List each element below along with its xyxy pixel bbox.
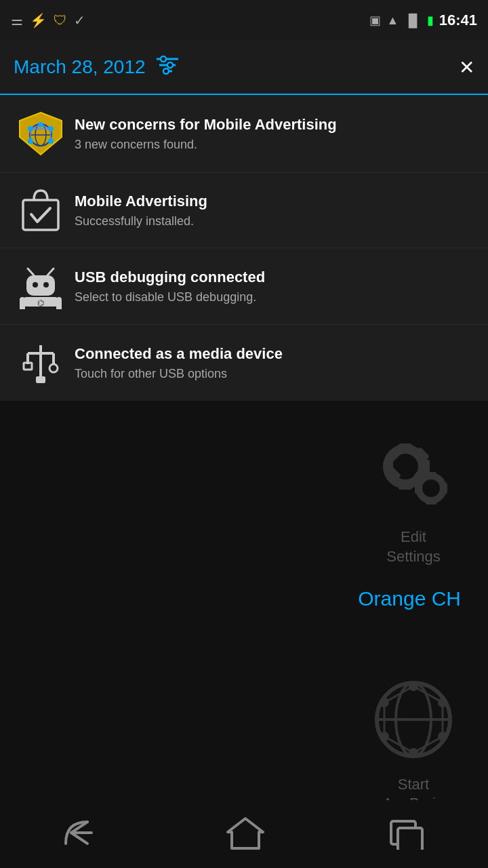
- svg-rect-39: [399, 443, 412, 453]
- svg-rect-70: [398, 828, 422, 850]
- notif-subtitle-usb-debug: Select to disable USB debugging.: [75, 290, 474, 304]
- notification-item-media[interactable]: Connected as a media device Touch for ot…: [0, 325, 488, 401]
- battery-status-icon: ▮: [427, 13, 434, 28]
- sim-status-icon: ▣: [369, 13, 381, 28]
- notif-icon-usb: [14, 340, 68, 386]
- svg-point-23: [43, 282, 49, 288]
- notif-title-usb-debug: USB debugging connected: [75, 269, 474, 286]
- notif-subtitle-installed: Successfully installed.: [75, 214, 474, 229]
- svg-point-35: [49, 364, 58, 372]
- filter-icon[interactable]: [157, 56, 178, 79]
- svg-rect-36: [36, 376, 45, 383]
- notification-item-advertising[interactable]: New concerns for Mobile Advertising 3 ne…: [0, 95, 488, 173]
- svg-rect-52: [441, 483, 447, 494]
- notifications-panel: New concerns for Mobile Advertising 3 ne…: [0, 95, 488, 401]
- notif-icon-android: ⌬: [14, 263, 68, 309]
- svg-point-56: [409, 682, 418, 691]
- edit-settings-label: EditSettings: [386, 528, 441, 566]
- svg-marker-6: [20, 113, 62, 155]
- header: March 28, 2012 ✕: [0, 41, 488, 95]
- android-status-icon: ⚌: [11, 12, 23, 28]
- home-icon[interactable]: [226, 816, 264, 852]
- svg-point-38: [397, 458, 413, 475]
- notif-content-advertising: New concerns for Mobile Advertising 3 ne…: [68, 116, 474, 152]
- svg-rect-49: [426, 472, 436, 479]
- notif-title-advertising: New concerns for Mobile Advertising: [75, 116, 474, 134]
- notif-content-installed: Mobile Advertising Successfully installe…: [68, 193, 474, 229]
- notification-item-usb-debug[interactable]: ⌬ USB debugging connected Select to disa…: [0, 248, 488, 325]
- shield-status-icon: 🛡: [54, 13, 67, 28]
- wifi-status-icon: ▲: [386, 14, 399, 28]
- notif-icon-bag: [14, 188, 68, 233]
- svg-point-22: [33, 282, 38, 288]
- orange-ch-label: Orange CH: [358, 587, 461, 651]
- svg-rect-21: [26, 275, 55, 296]
- svg-rect-28: [56, 297, 62, 309]
- svg-point-4: [167, 62, 173, 68]
- notification-item-installed[interactable]: Mobile Advertising Successfully installe…: [0, 173, 488, 248]
- svg-marker-68: [228, 818, 263, 848]
- svg-rect-50: [426, 498, 436, 505]
- lower-section: EditSettings Orange CH: [0, 401, 488, 868]
- notif-content-media: Connected as a media device Touch for ot…: [68, 345, 474, 381]
- notif-subtitle-advertising: 3 new concerns found.: [75, 138, 474, 152]
- status-right-icons: ▣ ▲ ▐▌ ▮ 16:41: [369, 12, 477, 29]
- app-icon-edit-settings[interactable]: EditSettings: [366, 425, 461, 566]
- signal-status-icon: ▐▌: [404, 14, 422, 28]
- svg-line-24: [28, 269, 34, 275]
- svg-point-5: [163, 68, 169, 74]
- status-left-icons: ⚌ ⚡ 🛡 ✓: [11, 12, 85, 28]
- header-date: March 28, 2012: [14, 56, 146, 78]
- status-time: 16:41: [439, 12, 477, 29]
- edit-settings-graphic: [366, 425, 461, 519]
- svg-point-48: [426, 483, 436, 494]
- notif-title-installed: Mobile Advertising: [75, 193, 474, 210]
- check-status-icon: ✓: [74, 12, 85, 28]
- appbrain-graphic: [366, 672, 461, 767]
- svg-rect-34: [24, 363, 32, 370]
- svg-rect-51: [415, 483, 422, 494]
- svg-text:⌬: ⌬: [37, 298, 44, 308]
- app-icon-appbrain[interactable]: StartAppBrain: [366, 672, 461, 814]
- nav-bar: [0, 800, 488, 868]
- back-icon[interactable]: [62, 818, 102, 850]
- header-left: March 28, 2012: [14, 56, 178, 79]
- notif-icon-shield: [14, 110, 68, 157]
- recents-icon[interactable]: [388, 816, 426, 852]
- status-bar: ⚌ ⚡ 🛡 ✓ ▣ ▲ ▐▌ ▮ 16:41: [0, 0, 488, 41]
- svg-rect-40: [399, 480, 412, 490]
- app-icons-container: EditSettings Orange CH: [0, 401, 488, 837]
- svg-line-25: [47, 269, 54, 275]
- notif-subtitle-media: Touch for other USB options: [75, 367, 474, 381]
- notif-content-usb-debug: USB debugging connected Select to disabl…: [68, 269, 474, 304]
- svg-point-3: [161, 56, 166, 62]
- usb-status-icon: ⚡: [30, 12, 47, 28]
- notif-title-media: Connected as a media device: [75, 345, 474, 363]
- svg-rect-27: [20, 297, 25, 309]
- svg-rect-20: [23, 200, 58, 230]
- close-icon[interactable]: ✕: [459, 56, 474, 79]
